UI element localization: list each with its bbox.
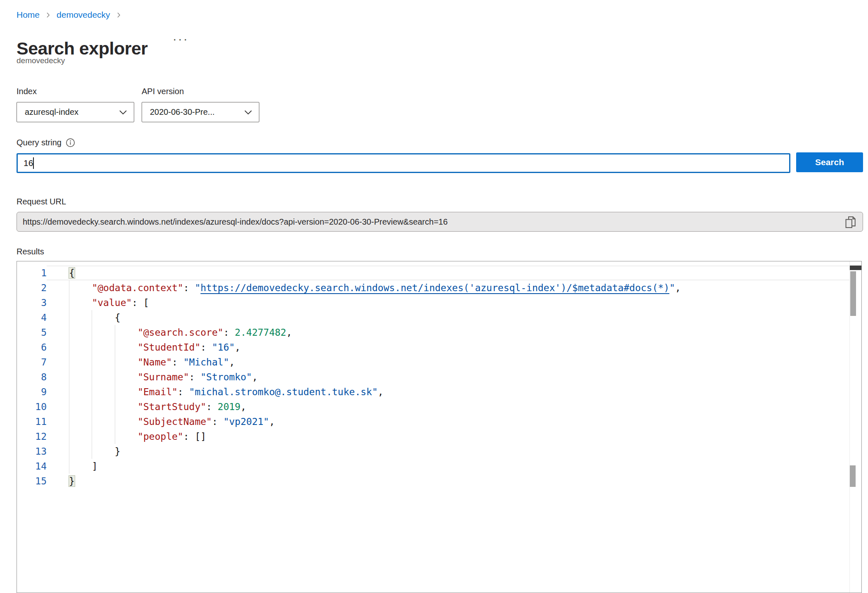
token-k: "people" [138, 431, 183, 442]
overview-ruler-marker [850, 465, 856, 487]
token-k: "@odata.context" [92, 282, 183, 293]
indent-guide [92, 444, 92, 459]
code-line-text: "Name": "Michal", [47, 355, 850, 370]
code-line-text: { [47, 266, 850, 280]
token-p [69, 401, 138, 412]
token-p: : [223, 327, 235, 338]
indent-guide [69, 280, 69, 295]
token-p: : [] [183, 431, 206, 442]
token-s: "Michal" [183, 357, 229, 368]
code-line-text: "Email": "michal.stromko@.student.tuke.s… [47, 384, 850, 399]
matched-bracket: { [69, 268, 75, 278]
indent-guide [69, 399, 69, 414]
query-string-input[interactable] [17, 153, 790, 173]
token-p [69, 372, 138, 382]
token-k: "Email" [138, 387, 178, 397]
request-url-label: Request URL [17, 197, 66, 206]
token-s: " [195, 282, 201, 293]
text-cursor [33, 157, 34, 169]
indent-guide [69, 429, 69, 444]
token-p: , [229, 357, 235, 368]
query-string-label: Query string [17, 138, 62, 147]
page-title: Search explorer [17, 38, 148, 59]
indent-guide [115, 429, 115, 444]
token-p: : [206, 401, 218, 412]
token-s: "16" [212, 342, 235, 353]
line-number: 8 [17, 370, 47, 384]
code-line-text: "value": [ [47, 295, 850, 310]
code-line-text: "StartStudy": 2019, [47, 399, 850, 414]
matched-bracket: } [69, 476, 75, 486]
editor-scrollbar [849, 261, 861, 593]
indent-guide [69, 355, 69, 370]
indent-guide [92, 370, 92, 384]
breadcrumb-resource-link[interactable]: demovedecky [57, 10, 110, 20]
indent-guide [92, 429, 92, 444]
token-k: "StudentId" [138, 342, 200, 353]
api-version-dropdown[interactable]: 2020-06-30-Pre... [142, 102, 259, 122]
token-p: : [212, 416, 223, 427]
indent-guide [69, 310, 69, 325]
token-p [69, 327, 138, 338]
indent-guide [115, 384, 115, 399]
line-number: 10 [17, 399, 47, 414]
breadcrumb-home-link[interactable]: Home [17, 10, 40, 20]
token-p: : [189, 372, 201, 382]
code-line: 13 } [17, 444, 850, 459]
code-line-text: { [47, 310, 850, 325]
token-s: "vp2021" [223, 416, 269, 427]
token-k: "@search.score" [138, 327, 223, 338]
copy-icon[interactable] [844, 215, 859, 230]
index-label: Index [17, 87, 37, 96]
results-editor[interactable]: 1{2 "@odata.context": "https://demovedec… [17, 261, 862, 593]
request-url-field[interactable]: https://demovedecky.search.windows.net/i… [17, 212, 863, 232]
indent-guide [115, 355, 115, 370]
token-p: : [201, 342, 212, 353]
line-number: 15 [17, 474, 47, 489]
code-line: 3 "value": [ [17, 295, 850, 310]
token-s: "michal.stromko@.student.tuke.sk" [189, 387, 378, 397]
indent-guide [92, 310, 92, 325]
line-number: 4 [17, 310, 47, 325]
code-line: 6 "StudentId": "16", [17, 340, 850, 355]
token-p [69, 357, 138, 368]
line-number: 9 [17, 384, 47, 399]
token-p [69, 297, 92, 308]
token-p [69, 431, 138, 442]
token-n: 2019 [218, 401, 240, 412]
token-p: , [675, 282, 681, 293]
scrollbar-thumb[interactable] [850, 271, 856, 316]
line-number: 5 [17, 325, 47, 340]
results-label: Results [17, 247, 44, 256]
info-icon[interactable] [66, 138, 75, 147]
chevron-down-icon [244, 109, 252, 115]
token-p: } [69, 446, 121, 457]
token-p: , [240, 401, 246, 412]
token-k: "Surname" [138, 372, 189, 382]
token-p: , [269, 416, 275, 427]
breadcrumb: Home demovedecky [17, 10, 127, 20]
token-p: : [ [132, 297, 149, 308]
token-p: , [378, 387, 384, 397]
indent-guide [69, 370, 69, 384]
line-number: 6 [17, 340, 47, 355]
token-p [69, 387, 138, 397]
code-line-text: "people": [] [47, 429, 850, 444]
code-line: 12 "people": [] [17, 429, 850, 444]
indent-guide [92, 340, 92, 355]
code-line: 11 "SubjectName": "vp2021", [17, 414, 850, 429]
index-dropdown[interactable]: azuresql-index [17, 102, 134, 122]
code-line-text: "SubjectName": "vp2021", [47, 414, 850, 429]
token-p: : [172, 357, 183, 368]
code-line-text: "Surname": "Stromko", [47, 370, 850, 384]
line-number: 1 [17, 266, 47, 280]
code-line: 7 "Name": "Michal", [17, 355, 850, 370]
chevron-down-icon [119, 109, 127, 115]
results-code[interactable]: 1{2 "@odata.context": "https://demovedec… [17, 261, 850, 593]
indent-guide [115, 325, 115, 340]
code-line-text: "@search.score": 2.4277482, [47, 325, 850, 340]
more-options-button[interactable]: ··· [170, 32, 191, 45]
line-number: 11 [17, 414, 47, 429]
odata-context-link[interactable]: https://demovedecky.search.windows.net/i… [201, 282, 669, 293]
search-button[interactable]: Search [796, 152, 863, 172]
